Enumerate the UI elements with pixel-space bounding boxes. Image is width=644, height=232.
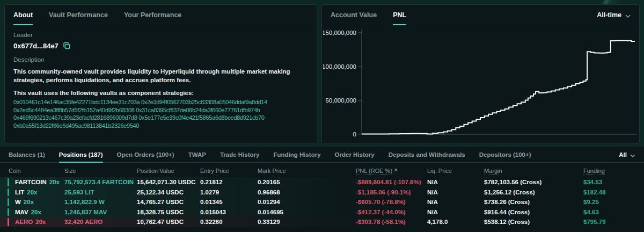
- time-range-selector[interactable]: All-time: [597, 5, 631, 25]
- tab-order-history[interactable]: Order History: [335, 147, 375, 162]
- description-label: Description: [13, 56, 308, 63]
- position-row-aero[interactable]: AERO20x32,420 AERO10,762.47 USDC0.322600…: [0, 217, 644, 227]
- tab-open-orders-100[interactable]: Open Orders (100+): [117, 147, 174, 162]
- description-section: Description This community-owned vault p…: [5, 50, 317, 129]
- tab-funding-history[interactable]: Funding History: [273, 147, 320, 162]
- pnl-cell: -$1,185.06 (-90.1%): [356, 189, 427, 195]
- margin-cell: $1,256.12 (Cross): [484, 189, 583, 195]
- leverage-badge: 20x: [27, 189, 37, 195]
- copy-icon[interactable]: [63, 42, 71, 50]
- vault-about-panel: AboutVault PerformanceYour Performance L…: [4, 4, 317, 143]
- tab-your-performance[interactable]: Your Performance: [124, 5, 181, 25]
- mark-price-cell: 0.01294: [258, 199, 356, 205]
- tab-twap[interactable]: TWAP: [188, 147, 206, 162]
- position-value-cell: 14,765.27 USDC: [137, 199, 200, 205]
- sort-ascending-icon: ^: [394, 168, 398, 174]
- size-cell: 25,593 LIT: [64, 189, 137, 195]
- time-range-value: All-time: [597, 11, 621, 19]
- leverage-badge: 20x: [31, 209, 41, 215]
- tab-positions-187[interactable]: Positions (187): [59, 147, 103, 162]
- entry-price-cell: 0.21812: [200, 179, 258, 185]
- leverage-badge: 20x: [24, 199, 34, 205]
- about-panel-tabs: AboutVault PerformanceYour Performance: [5, 5, 317, 25]
- column-header-funding[interactable]: Funding: [583, 168, 644, 174]
- coin-name[interactable]: AERO: [15, 219, 33, 225]
- column-header-label: Mark Price: [258, 168, 286, 174]
- positions-table-header: CoinSizePosition ValueEntry PriceMark Pr…: [0, 164, 644, 177]
- mark-price-cell: 0.96868: [258, 189, 356, 195]
- liq-price-cell: N/A: [427, 209, 484, 215]
- coin-name[interactable]: LIT: [15, 189, 24, 195]
- tab-depositors-100[interactable]: Depositors (100+): [479, 147, 531, 162]
- coin-cell: MAV20x: [9, 209, 64, 215]
- funding-cell: $9.25: [583, 199, 644, 205]
- mark-price-cell: 0.33129: [258, 219, 356, 225]
- position-value-cell: 18,328.75 USDC: [137, 209, 200, 215]
- position-value-cell: 15,642,071.30 USDC: [137, 179, 200, 185]
- leverage-badge: 20x: [35, 219, 46, 225]
- coin-name[interactable]: MAV: [15, 209, 28, 215]
- column-header-margin[interactable]: Margin: [484, 168, 583, 174]
- entry-price-cell: 0.015043: [200, 209, 258, 215]
- coin-cell: W20x: [9, 199, 64, 205]
- size-cell: 32,420 AERO: [64, 219, 137, 225]
- positions-table-body: FARTCOIN20x75,792,573.4 FARTCOIN15,642,0…: [0, 177, 644, 227]
- margin-cell: $538.12 (Cross): [484, 219, 583, 225]
- column-header-size: Size: [64, 168, 137, 174]
- position-row-lit[interactable]: LIT20x25,593 LIT25,122.34 USDC1.02790.96…: [0, 187, 644, 198]
- column-header-mark-price: Mark Price: [258, 168, 356, 174]
- long-position-bar: [8, 189, 9, 197]
- column-header-entry-price: Entry Price: [200, 168, 258, 174]
- coin-cell: FARTCOIN20x: [9, 179, 64, 185]
- size-cell: 75,792,573.4 FARTCOIN: [64, 179, 137, 185]
- column-header-label: PNL (ROE %): [356, 168, 392, 175]
- entry-price-cell: 1.0279: [200, 189, 258, 195]
- position-row-mav[interactable]: MAV20x1,245,837 MAV18,328.75 USDC0.01504…: [0, 207, 644, 218]
- position-row-fartcoin[interactable]: FARTCOIN20x75,792,573.4 FARTCOIN15,642,0…: [0, 177, 644, 187]
- coin-name[interactable]: FARTCOIN: [15, 179, 47, 185]
- entry-price-cell: 0.32260: [200, 219, 258, 225]
- position-value-cell: 25,122.34 USDC: [137, 189, 200, 195]
- chart-panel-tabs: Account ValuePNLAll-time: [322, 5, 639, 25]
- size-cell: 1,142,822.9 W: [64, 199, 137, 205]
- funding-cell: $182.48: [583, 189, 644, 195]
- column-header-position-value: Position Value: [137, 168, 200, 174]
- pnl-cell: -$412.37 (-44.0%): [356, 209, 427, 215]
- funding-cell: $34.53: [583, 179, 644, 185]
- size-cell: 1,245,837 MAV: [64, 209, 137, 215]
- y-axis-tick-label: 150,000,000: [323, 30, 356, 36]
- leader-label: Leader: [13, 32, 308, 38]
- liq-price-cell: N/A: [427, 179, 484, 185]
- strategy-address-links[interactable]: 0x010461c14e146ac35fe42271bdc1134ee31c70…: [13, 98, 308, 129]
- funding-cell: $795.79: [583, 219, 644, 225]
- column-header-pnl-roe[interactable]: PNL (ROE %)^: [356, 168, 427, 174]
- tab-vault-performance[interactable]: Vault Performance: [49, 5, 108, 25]
- pnl-cell: -$605.70 (-78.8%): [356, 199, 427, 205]
- leverage-badge: 20x: [49, 179, 60, 185]
- margin-cell: $916.44 (Cross): [484, 209, 583, 215]
- y-axis-tick-label: 50,000,000: [325, 97, 356, 104]
- pnl-cell: -$889,804.81 (-107.6%): [356, 179, 427, 185]
- pnl-chart[interactable]: 050,000,000100,000,000150,000,000: [323, 26, 639, 142]
- tab-pnl[interactable]: PNL: [393, 5, 406, 25]
- coin-name[interactable]: W: [15, 199, 21, 205]
- pnl-cell: -$303.78 (-58.1%): [356, 219, 427, 225]
- long-position-bar: [8, 198, 9, 206]
- short-position-bar: [8, 218, 9, 226]
- position-row-w[interactable]: W20x1,142,822.9 W14,765.27 USDC0.013450.…: [0, 197, 644, 207]
- liq-price-cell: 4,178.0: [427, 219, 484, 225]
- tab-deposits-and-withdrawals[interactable]: Deposits and Withdrawals: [389, 147, 465, 162]
- tab-trade-history[interactable]: Trade History: [220, 147, 260, 162]
- column-header-label: Margin: [484, 168, 502, 175]
- positions-filter-value: All: [619, 151, 627, 158]
- tab-balances-1[interactable]: Balances (1): [9, 147, 45, 162]
- tab-account-value[interactable]: Account Value: [331, 5, 377, 25]
- positions-filter-selector[interactable]: All: [619, 147, 635, 162]
- column-header-label: Position Value: [137, 168, 174, 174]
- mark-price-cell: 0.014695: [258, 209, 356, 215]
- column-header-coin: Coin: [9, 168, 64, 174]
- performance-chart-panel: Account ValuePNLAll-time 050,000,000100,…: [321, 4, 640, 143]
- mark-price-cell: 0.20165: [258, 179, 356, 185]
- entry-price-cell: 0.01345: [200, 199, 258, 205]
- tab-about[interactable]: About: [13, 5, 33, 25]
